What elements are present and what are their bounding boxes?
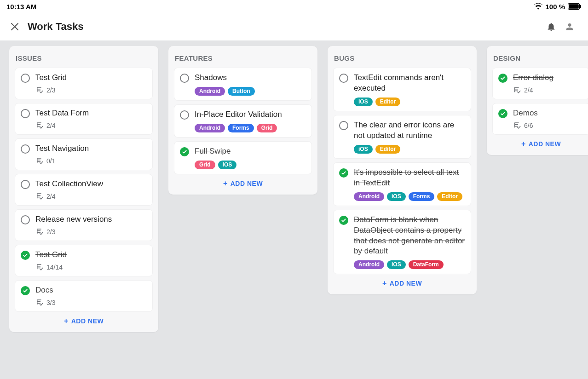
card[interactable]: In-Place Editor ValidationAndroidFormsGr…	[174, 104, 312, 138]
card-title: Test CollectionView	[35, 179, 147, 190]
tag-list: iOSEditor	[354, 98, 465, 106]
tag[interactable]: Forms	[409, 192, 435, 201]
card[interactable]: Full SwipeGridiOS	[174, 141, 312, 174]
tag[interactable]: Button	[228, 87, 255, 96]
tag[interactable]: iOS	[354, 145, 373, 154]
add-new-label: ADD NEW	[529, 140, 561, 148]
status-done-icon[interactable]	[180, 146, 190, 169]
checkmark-icon	[180, 147, 189, 156]
card-body: Demos6/6	[513, 108, 584, 130]
card[interactable]: DataForm is blank when DataObject contai…	[333, 210, 471, 275]
status-todo-icon[interactable]	[339, 73, 349, 106]
card-body: Test Data Form2/4	[35, 108, 147, 130]
progress-text: 3/3	[46, 299, 55, 306]
card[interactable]: Test Grid14/14	[15, 245, 153, 276]
card-title: Full Swipe	[195, 146, 306, 157]
card-body: Docs3/3	[35, 285, 147, 307]
subtasks-icon	[35, 157, 44, 165]
add-new-button[interactable]: +ADD NEW	[487, 135, 588, 151]
tag[interactable]: iOS	[218, 161, 237, 169]
circle-icon	[21, 144, 30, 154]
status-done-icon[interactable]	[21, 250, 31, 271]
tag[interactable]: iOS	[387, 192, 406, 201]
status-todo-icon[interactable]	[21, 108, 31, 130]
card-title: Demos	[513, 108, 584, 119]
status-done-icon[interactable]	[498, 73, 508, 94]
status-todo-icon[interactable]	[21, 73, 31, 94]
notifications-button[interactable]	[542, 17, 560, 36]
add-new-button[interactable]: +ADD NEW	[168, 174, 317, 191]
tag[interactable]: Editor	[375, 145, 401, 154]
tag-list: AndroidiOSFormsEditor	[354, 192, 465, 201]
tag[interactable]: iOS	[354, 98, 373, 106]
card[interactable]: ShadowsAndroidButton	[174, 68, 312, 101]
card[interactable]: Test Navigation0/1	[15, 138, 153, 170]
circle-icon	[21, 215, 30, 224]
tag[interactable]: Android	[195, 124, 225, 132]
progress-text: 6/6	[524, 122, 533, 129]
status-todo-icon[interactable]	[180, 109, 190, 132]
nav-bar: Work Tasks	[0, 13, 588, 40]
checkmark-icon	[339, 168, 348, 178]
tag[interactable]: DataForm	[409, 260, 444, 269]
status-todo-icon[interactable]	[180, 73, 190, 96]
checkmark-icon	[498, 109, 507, 118]
card[interactable]: Test Grid2/3	[15, 68, 153, 99]
status-todo-icon[interactable]	[21, 144, 31, 165]
card[interactable]: Docs3/3	[15, 280, 153, 312]
add-new-label: ADD NEW	[71, 317, 104, 325]
status-done-icon[interactable]	[339, 167, 349, 201]
tag-list: iOSEditor	[354, 145, 465, 154]
card[interactable]: The clear and error icons are not update…	[333, 115, 471, 159]
card-title: Test Data Form	[35, 108, 147, 119]
card[interactable]: Error dialog2/4	[492, 68, 588, 99]
circle-icon	[180, 74, 189, 83]
tag[interactable]: Android	[195, 87, 225, 96]
status-todo-icon[interactable]	[21, 214, 31, 236]
card-body: The clear and error icons are not update…	[354, 120, 465, 154]
card-progress: 3/3	[35, 299, 147, 307]
close-button[interactable]	[9, 21, 20, 32]
card[interactable]: Demos6/6	[492, 103, 588, 135]
tag[interactable]: iOS	[387, 260, 406, 269]
status-right: 100 %	[534, 3, 582, 11]
battery-icon	[568, 3, 582, 10]
status-done-icon[interactable]	[339, 215, 349, 270]
card[interactable]: Test CollectionView2/4	[15, 174, 153, 206]
status-todo-icon[interactable]	[21, 179, 31, 201]
tag[interactable]: Android	[354, 260, 384, 269]
tag[interactable]: Editor	[375, 98, 401, 106]
tag[interactable]: Editor	[437, 192, 462, 201]
card-progress: 2/4	[513, 86, 584, 94]
tag-list: GridiOS	[195, 161, 306, 169]
card[interactable]: Release new versions2/3	[15, 209, 153, 241]
add-new-button[interactable]: +ADD NEW	[328, 274, 477, 291]
status-todo-icon[interactable]	[339, 120, 349, 154]
progress-text: 2/3	[46, 86, 55, 94]
status-done-icon[interactable]	[498, 108, 508, 130]
bell-icon	[546, 22, 556, 32]
subtasks-icon	[513, 121, 521, 130]
tag[interactable]: Forms	[228, 124, 254, 132]
status-done-icon[interactable]	[21, 285, 31, 307]
profile-button[interactable]	[560, 17, 579, 36]
kanban-board[interactable]: ISSUESTest Grid2/3Test Data Form2/4Test …	[0, 40, 588, 379]
card[interactable]: TextEdit commands aren't executediOSEdit…	[333, 68, 471, 111]
card-title: The clear and error icons are not update…	[354, 120, 465, 141]
circle-icon	[21, 74, 30, 83]
subtasks-icon	[35, 263, 44, 271]
status-battery-text: 100 %	[545, 3, 565, 11]
checkmark-icon	[498, 74, 507, 83]
column-title: BUGS	[328, 46, 477, 68]
progress-text: 0/1	[46, 157, 55, 165]
tag[interactable]: Grid	[257, 124, 277, 132]
card-title: In-Place Editor Validation	[195, 109, 306, 120]
card-body: TextEdit commands aren't executediOSEdit…	[354, 73, 465, 106]
card[interactable]: It's impossible to select all text in Te…	[333, 162, 471, 206]
tag[interactable]: Grid	[195, 161, 215, 169]
tag[interactable]: Android	[354, 192, 384, 201]
card-title: DataForm is blank when DataObject contai…	[354, 215, 465, 257]
card[interactable]: Test Data Form2/4	[15, 103, 153, 135]
progress-text: 2/3	[46, 228, 55, 235]
add-new-button[interactable]: +ADD NEW	[9, 312, 158, 328]
